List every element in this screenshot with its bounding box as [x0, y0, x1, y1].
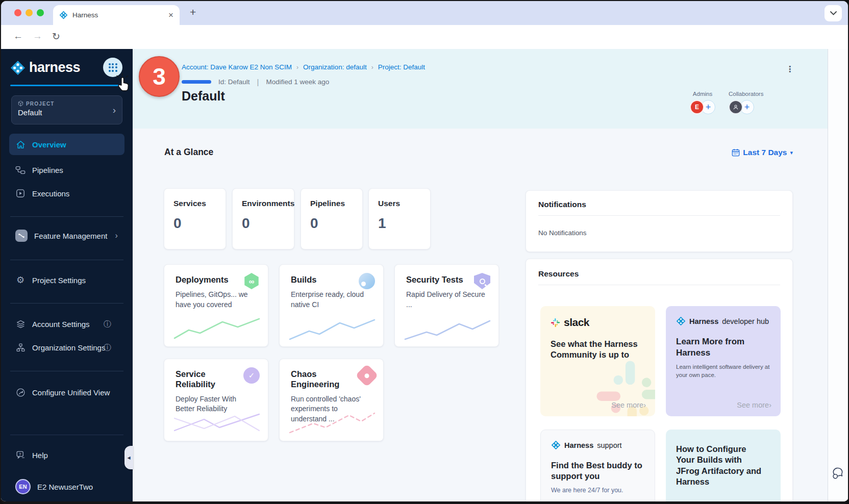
minimize-window-button[interactable] [26, 9, 33, 16]
stat-card-services[interactable]: Services 0 [164, 188, 226, 249]
sidebar-item-pipelines[interactable]: Pipelines [9, 159, 124, 181]
breadcrumb-project-link[interactable]: Project: Default [378, 63, 425, 71]
stat-value: 0 [310, 215, 353, 232]
sidebar-item-account-settings[interactable]: Account Settings ⓘ [9, 313, 124, 335]
tab-title: Harness [72, 11, 164, 19]
breadcrumb-account-link[interactable]: Account: Dave Karow E2 Non SCIM [182, 63, 292, 71]
sparkline [289, 316, 376, 341]
see-more-link[interactable]: See more› [611, 401, 646, 409]
sidebar-divider [10, 435, 123, 435]
sidebar-item-project-settings[interactable]: ⚙ Project Settings [9, 269, 124, 291]
close-window-button[interactable] [14, 9, 21, 16]
service-reliability-icon: ✓ [243, 367, 260, 384]
user-avatar: EN [15, 479, 31, 494]
harness-app: harness PROJECT Default › Overview Pi [1, 49, 848, 501]
tab-strip: Harness × + [1, 1, 848, 25]
module-title: Service Reliability [176, 369, 237, 390]
new-tab-button[interactable]: + [190, 6, 196, 18]
sidebar-item-help[interactable]: ? Help [9, 444, 124, 466]
divider: | [257, 78, 259, 86]
see-more-link[interactable]: See more› [737, 401, 771, 409]
sidebar-item-executions[interactable]: Executions [9, 183, 124, 204]
module-card-deployments[interactable]: Deployments Pipelines, GitOps... we have… [164, 264, 268, 347]
sidebar-item-organization-settings[interactable]: Organization Settings ⓘ [9, 337, 124, 358]
right-gutter [828, 49, 848, 501]
module-card-service-reliability[interactable]: Service Reliability Deploy Faster With B… [164, 359, 268, 441]
module-card-chaos-engineering[interactable]: Chaos Engineering Run controlled 'chaos'… [279, 359, 384, 441]
date-range-picker[interactable]: Last 7 Days ▾ [725, 148, 793, 157]
admins-group: Admins E + [690, 91, 715, 114]
annotation-step-badge: 3 [139, 56, 180, 97]
sidebar-item-label: Executions [32, 189, 69, 198]
forward-button[interactable]: → [33, 31, 42, 42]
page-options-menu-icon[interactable]: ⋮ [786, 64, 795, 74]
sidebar-item-label: Organization Settings [32, 343, 105, 352]
layers-icon [15, 319, 26, 329]
stat-value: 0 [173, 215, 216, 232]
sparkline [404, 316, 491, 341]
calendar-icon [732, 148, 740, 157]
breadcrumb-organization-link[interactable]: Organization: default [303, 63, 367, 71]
sidebar-item-label: Project Settings [32, 276, 86, 285]
resource-card-developer-hub[interactable]: Harness developer hub Learn More from Ha… [666, 306, 781, 416]
sidebar-item-overview[interactable]: Overview [9, 134, 124, 155]
stat-card-environments[interactable]: Environments 0 [232, 188, 294, 249]
project-selector[interactable]: PROJECT Default › [11, 95, 122, 124]
progress-bar [182, 80, 211, 84]
zoom-window-button[interactable] [37, 9, 44, 16]
info-icon[interactable]: ⓘ [104, 319, 111, 329]
notifications-title: Notifications [538, 200, 780, 209]
module-title: Builds [291, 275, 352, 285]
resource-body: We are here 24/7 for you. [551, 486, 644, 495]
harness-logo[interactable]: harness [10, 60, 80, 75]
stat-card-pipelines[interactable]: Pipelines 0 [301, 188, 363, 249]
resource-card-slack[interactable]: slack See what the Harness Community is … [540, 306, 655, 416]
chat-support-icon[interactable] [831, 466, 845, 480]
stat-card-users[interactable]: Users 1 [368, 188, 431, 249]
user-menu[interactable]: EN E2 NewuserTwo [9, 476, 124, 497]
sparkline [173, 316, 260, 341]
browser-toolbar: ← → ↻ app.harness.io/ng/account/YWdkwNPi… [1, 25, 848, 49]
home-icon [15, 139, 26, 149]
admin-avatar[interactable]: E [690, 100, 704, 114]
executions-icon [15, 188, 26, 198]
info-icon[interactable]: ⓘ [104, 343, 111, 352]
tab-search-button[interactable] [825, 5, 842, 21]
project-id-row: Id: Default | Modified 1 week ago [182, 78, 329, 86]
notifications-empty-text: No Notifications [538, 229, 780, 237]
harness-logo-icon [10, 60, 26, 75]
gear-icon: ⚙ [15, 275, 26, 285]
collaborator-avatar[interactable] [729, 100, 743, 114]
tab-close-icon[interactable]: × [168, 11, 173, 19]
cube-icon [18, 100, 23, 107]
chevron-right-icon: › [115, 231, 117, 240]
grid-dots-icon [109, 63, 117, 72]
sidebar-item-configure-unified-view[interactable]: Configure Unified View [9, 382, 124, 403]
chevron-down-icon [830, 11, 837, 15]
security-tests-shield-icon [474, 273, 490, 289]
resource-card-harness-support[interactable]: Harness support Find the Best buddy to s… [540, 430, 655, 501]
chevron-right-icon: › [296, 64, 298, 71]
brand-suffix: support [597, 441, 621, 449]
deployments-icon: ∞ [243, 273, 260, 289]
module-card-builds[interactable]: Builds Enterprise ready, cloud native CI [279, 264, 384, 347]
brand-name: Harness [689, 317, 718, 325]
stat-label: Pipelines [310, 199, 353, 208]
resource-card-jfrog-tutorial[interactable]: How to Configure Your Builds with JFrog … [666, 430, 781, 501]
back-button[interactable]: ← [13, 31, 23, 42]
resources-panel: Resources slack See what the Harness Com… [526, 259, 793, 501]
module-title: Deployments [176, 275, 237, 285]
chevron-right-icon: › [113, 105, 116, 116]
divider [538, 215, 780, 216]
reload-button[interactable]: ↻ [52, 31, 60, 42]
resource-heading: Learn More from Harness [676, 336, 753, 359]
module-card-security-tests[interactable]: Security Tests Rapid Delivery of Secure … [394, 264, 499, 347]
sidebar-item-feature-management[interactable]: Feature Management › [9, 225, 124, 246]
browser-tab[interactable]: Harness × [53, 5, 180, 25]
module-description: Pipelines, GitOps... we have you covered [176, 290, 257, 310]
click-cursor-icon [113, 72, 134, 93]
org-chart-icon [15, 342, 26, 352]
module-description: Enterprise ready, cloud native CI [291, 290, 372, 310]
sidebar-collapse-handle[interactable]: ◀ [124, 446, 133, 469]
slack-brand-name: slack [564, 316, 589, 329]
